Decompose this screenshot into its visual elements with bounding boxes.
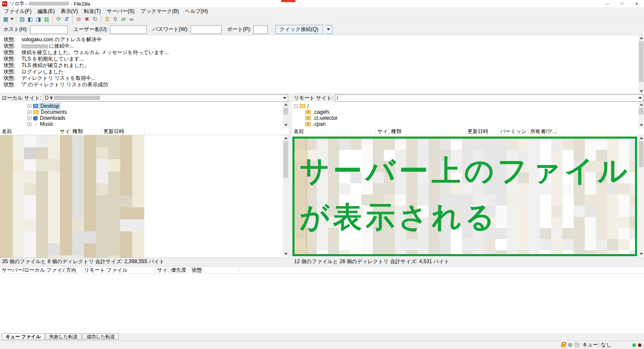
cancel-icon[interactable]: ⊘ xyxy=(75,15,83,23)
local-tree-item-downloads[interactable]: + ↓ Downloads xyxy=(0,115,283,121)
remote-tree-item-root[interactable]: − / xyxy=(292,103,638,109)
scroll-up-icon[interactable] xyxy=(283,135,289,141)
expand-icon[interactable]: + xyxy=(27,116,31,120)
column-header-server-local-file[interactable]: サーバー/ローカル ファイル xyxy=(0,267,64,274)
remote-tree-item-cpan[interactable]: ? .cpan xyxy=(292,121,638,127)
reconnect-icon[interactable]: ↻ xyxy=(91,15,99,23)
expand-icon[interactable]: + xyxy=(27,110,31,114)
port-input[interactable] xyxy=(253,25,268,34)
remote-tree-scrollbar[interactable] xyxy=(638,102,644,128)
column-header-direction[interactable]: 方向 xyxy=(64,267,82,274)
column-header-size[interactable]: サイズ xyxy=(155,267,169,274)
column-header-type[interactable]: 種類 xyxy=(389,128,466,135)
username-input[interactable] xyxy=(110,25,147,34)
tab-failed-transfers[interactable]: 失敗した転送 xyxy=(46,333,82,340)
compare-directories-icon[interactable]: ☰ xyxy=(103,15,111,23)
menu-transfer[interactable]: 転送(T) xyxy=(81,8,103,15)
close-button[interactable]: ✕ xyxy=(629,0,644,8)
menu-server[interactable]: サーバー(S) xyxy=(104,8,138,15)
log-scrollbar[interactable] xyxy=(638,35,644,94)
tree-item-label[interactable]: Music xyxy=(39,121,54,127)
toggle-remote-tree-icon[interactable]: ◨ xyxy=(34,15,43,23)
scroll-up-icon[interactable] xyxy=(638,135,644,141)
menu-help[interactable]: ヘルプ(H) xyxy=(182,8,211,15)
site-manager-caret-icon[interactable] xyxy=(10,15,14,23)
column-header-permissions[interactable]: パーミッション xyxy=(498,128,529,135)
tab-queued-files[interactable]: キュー ファイル xyxy=(2,333,45,340)
quickconnect-dropdown-icon[interactable] xyxy=(325,25,332,34)
synchronized-browsing-icon[interactable]: ⇄ xyxy=(119,15,128,23)
tree-item-label[interactable]: Desktop xyxy=(39,103,60,109)
disconnect-icon[interactable]: ✖ xyxy=(83,15,91,23)
remote-path-combobox[interactable]: / xyxy=(335,94,644,102)
scroll-up-icon[interactable] xyxy=(283,102,289,107)
local-tree-item-music[interactable]: + ♪ Music xyxy=(0,121,283,127)
column-header-size[interactable]: サイズ xyxy=(58,128,71,135)
tree-item-label[interactable]: Documents xyxy=(40,109,68,115)
site-manager-icon[interactable]: ▦ xyxy=(2,15,10,23)
refresh-icon[interactable]: ⟳ xyxy=(55,15,63,23)
scroll-up-icon[interactable] xyxy=(638,35,644,41)
process-queue-icon[interactable]: ⇵ xyxy=(63,15,71,23)
expand-icon[interactable]: + xyxy=(27,104,31,108)
local-list-scrollbar[interactable] xyxy=(283,135,289,257)
column-header-size[interactable]: サイズ xyxy=(376,128,389,135)
column-header-name[interactable]: 名前 xyxy=(292,128,376,135)
local-tree-pane: ローカル サイト: D:¥ + Desktop + Documents + ↓ … xyxy=(0,94,289,128)
menu-edit[interactable]: 編集(E) xyxy=(34,8,58,15)
local-tree-item-desktop[interactable]: + Desktop xyxy=(0,103,283,109)
combobox-dropdown-icon[interactable] xyxy=(637,95,643,101)
window-controls: — □ ✕ xyxy=(600,0,644,8)
column-header-modified[interactable]: 更新日時 xyxy=(466,128,498,135)
column-header-modified[interactable]: 更新日時 xyxy=(102,128,145,135)
column-header-priority[interactable]: 優先度 xyxy=(169,267,190,274)
scroll-thumb[interactable] xyxy=(639,141,644,167)
scroll-up-icon[interactable] xyxy=(638,102,644,107)
toggle-local-tree-icon[interactable]: ◧ xyxy=(26,15,34,23)
remote-tree-item-cagefs[interactable]: ? .cagefs xyxy=(292,109,638,115)
column-header-owner[interactable]: 所有者/グ... xyxy=(529,128,557,135)
quickconnect-button[interactable]: クイック接続(Q) xyxy=(275,25,322,34)
remote-file-list[interactable]: サーバー上のファイル が表示される xyxy=(292,135,644,258)
filter-icon[interactable]: ⚲ xyxy=(111,15,119,23)
local-tree-item-documents[interactable]: + Documents xyxy=(0,109,283,115)
column-header-remote-file[interactable]: リモート ファイル xyxy=(82,267,155,274)
find-files-icon[interactable]: ∞ xyxy=(128,15,136,23)
column-header-name[interactable]: 名前 xyxy=(0,128,58,135)
host-input[interactable] xyxy=(30,25,68,34)
password-input[interactable] xyxy=(191,25,222,34)
local-file-list[interactable] xyxy=(0,135,283,258)
scroll-down-icon[interactable] xyxy=(283,122,289,128)
menu-bookmarks[interactable]: ブックマーク(B) xyxy=(137,8,182,15)
remote-list-scrollbar[interactable] xyxy=(638,135,644,257)
column-header-type[interactable]: 種類 xyxy=(71,128,102,135)
toggle-log-icon[interactable]: ▤ xyxy=(18,15,26,23)
scroll-down-icon[interactable] xyxy=(638,88,644,94)
tree-item-label[interactable]: / xyxy=(307,103,310,109)
tree-item-label[interactable]: Downloads xyxy=(39,115,66,121)
scroll-thumb[interactable] xyxy=(283,108,288,115)
tree-item-label[interactable]: .cl.selector xyxy=(312,115,338,121)
scroll-down-icon[interactable] xyxy=(638,122,644,128)
tree-item-label[interactable]: .cpan xyxy=(312,121,326,127)
scroll-thumb[interactable] xyxy=(639,108,644,115)
minimize-button[interactable]: — xyxy=(600,0,615,8)
local-path-combobox[interactable]: D:¥ xyxy=(43,94,288,102)
maximize-button[interactable]: □ xyxy=(615,0,629,8)
scroll-down-icon[interactable] xyxy=(638,251,644,257)
scroll-down-icon[interactable] xyxy=(283,251,289,257)
menu-file[interactable]: ファイル(F) xyxy=(1,8,34,15)
tree-item-label[interactable]: .cagefs xyxy=(312,109,331,115)
remote-tree-item-clselector[interactable]: ? .cl.selector xyxy=(292,115,638,121)
menu-view[interactable]: 表示(V) xyxy=(58,8,81,15)
tls-lock-icon[interactable] xyxy=(561,344,565,347)
local-tree-scrollbar[interactable] xyxy=(283,102,289,128)
scroll-thumb[interactable] xyxy=(283,141,288,178)
toggle-queue-icon[interactable]: ▥ xyxy=(43,15,51,23)
collapse-icon[interactable]: − xyxy=(294,104,298,108)
combobox-dropdown-icon[interactable] xyxy=(281,95,288,101)
expand-icon[interactable]: + xyxy=(27,122,31,126)
tab-successful-transfers[interactable]: 成功した転送 xyxy=(82,333,119,340)
scroll-thumb[interactable] xyxy=(639,41,644,82)
column-header-status[interactable]: 状態 xyxy=(190,267,239,274)
